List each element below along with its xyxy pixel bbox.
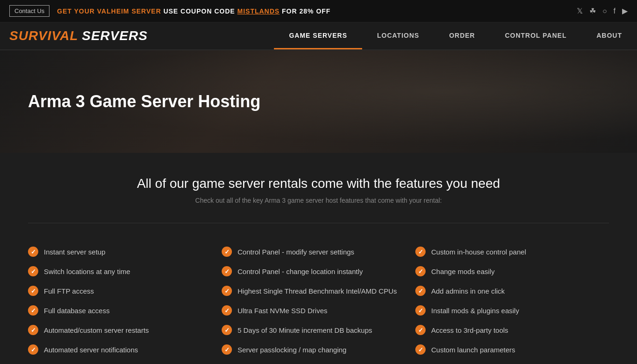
- feature-label: Add admins in one click: [431, 287, 505, 295]
- contact-button[interactable]: Contact Us: [9, 5, 49, 17]
- logo[interactable]: SURVIVAL SERVERS: [0, 28, 121, 43]
- promo-use: USE COUPON CODE: [163, 7, 237, 15]
- list-item: ✓ Highest Single Thread Benchmark Intel/…: [222, 281, 415, 301]
- list-item: ✓ Ultra Fast NVMe SSD Drives: [222, 301, 415, 320]
- features-grid: ✓ Instant server setup ✓ Switch location…: [28, 242, 609, 364]
- list-item: ✓ Change mods easily: [415, 261, 609, 281]
- promo-code: MISTLANDS: [238, 7, 280, 15]
- features-col-1: ✓ Instant server setup ✓ Switch location…: [28, 242, 222, 364]
- topbar-social: 𝕏 ☘ ○ f ▶: [577, 7, 628, 15]
- list-item: ✓ Automated/custom server restarts: [28, 320, 222, 340]
- feature-label: Ultra Fast NVMe SSD Drives: [238, 307, 328, 315]
- promo-text: GET YOUR VALHEIM SERVER USE COUPON CODE …: [57, 7, 330, 15]
- list-item: ✓ Full FTP access: [28, 281, 222, 301]
- feature-label: Change mods easily: [431, 268, 495, 275]
- list-item: ✓ Add admins in one click: [415, 281, 609, 301]
- facebook-icon[interactable]: f: [614, 7, 616, 15]
- list-item: ✓ Switch locations at any time: [28, 261, 222, 281]
- topbar: Contact Us GET YOUR VALHEIM SERVER USE C…: [0, 0, 637, 22]
- list-item: ✓ 5 Days of 30 Minute increment DB backu…: [222, 320, 415, 340]
- check-icon: ✓: [28, 305, 38, 316]
- check-icon: ✓: [222, 286, 232, 296]
- feature-label: 5 Days of 30 Minute increment DB backups: [238, 326, 372, 334]
- list-item: ✓ Control Panel - change location instan…: [222, 261, 415, 281]
- check-icon: ✓: [415, 305, 426, 316]
- list-item: ✓ Install mods & plugins easily: [415, 301, 609, 320]
- feature-label: Instant server setup: [44, 248, 105, 256]
- nav-control-panel[interactable]: CONTROL PANEL: [490, 22, 581, 49]
- feature-label: Server passlocking / map changing: [238, 346, 346, 354]
- check-icon: ✓: [222, 266, 232, 276]
- feature-label: Automated server notifications: [44, 346, 138, 354]
- reddit-icon[interactable]: ○: [602, 7, 607, 15]
- feature-label: Switch locations at any time: [44, 268, 130, 275]
- list-item: ✓ Automated server notifications: [28, 340, 222, 359]
- promo-for: FOR 28% OFF: [282, 7, 330, 15]
- list-item: ✓ Full database access: [28, 301, 222, 320]
- list-item: ✓ Control Panel - modify server settings: [222, 242, 415, 261]
- check-icon: ✓: [415, 344, 426, 355]
- list-item: ✓ Server passlocking / map changing: [222, 340, 415, 359]
- hero-section: Arma 3 Game Server Hosting: [0, 50, 637, 153]
- twitter-icon[interactable]: 𝕏: [577, 7, 583, 15]
- feature-label: Custom in-house control panel: [431, 248, 526, 256]
- list-item: ✓ Instant server setup: [28, 242, 222, 261]
- nav-order[interactable]: ORDER: [434, 22, 490, 49]
- feature-label: Full database access: [44, 307, 110, 315]
- nav-locations[interactable]: LOCATIONS: [362, 22, 434, 49]
- nav-about[interactable]: ABOUT: [581, 22, 637, 49]
- check-icon: ✓: [415, 286, 426, 296]
- feature-label: Install mods & plugins easily: [431, 307, 519, 315]
- youtube-icon[interactable]: ▶: [622, 7, 628, 15]
- hero-title: Arma 3 Game Server Hosting: [28, 92, 260, 111]
- topbar-left: Contact Us GET YOUR VALHEIM SERVER USE C…: [9, 5, 330, 17]
- check-icon: ✓: [222, 247, 232, 257]
- check-icon: ✓: [222, 325, 232, 335]
- twitch-icon[interactable]: ☘: [589, 7, 596, 15]
- list-item: ✓ Access to 3rd-party tools: [415, 320, 609, 340]
- navbar: SURVIVAL SERVERS GAME SERVERS LOCATIONS …: [0, 22, 637, 50]
- features-col-3: ✓ Custom in-house control panel ✓ Change…: [415, 242, 609, 364]
- check-icon: ✓: [28, 344, 38, 355]
- promo-get: GET YOUR VALHEIM SERVER: [57, 7, 161, 15]
- logo-survival: SURVIVAL: [9, 28, 78, 43]
- feature-label: Highest Single Thread Benchmark Intel/AM…: [238, 287, 397, 295]
- list-item: ✓ Latest versions of supported mods: [28, 359, 222, 364]
- check-icon: ✓: [28, 325, 38, 335]
- feature-label: Automated/custom server restarts: [44, 326, 149, 334]
- check-icon: ✓: [28, 266, 38, 276]
- feature-label: Control Panel - change location instantl…: [238, 268, 363, 275]
- feature-label: Access to 3rd-party tools: [431, 326, 508, 334]
- list-item: ✓ DDoS Protection: [222, 359, 415, 364]
- check-icon: ✓: [28, 247, 38, 257]
- nav-game-servers[interactable]: GAME SERVERS: [274, 22, 362, 49]
- list-item: ✓ Server status - Start / Stop / Restart: [415, 359, 609, 364]
- features-divider: [28, 223, 609, 223]
- check-icon: ✓: [222, 305, 232, 316]
- check-icon: ✓: [222, 344, 232, 355]
- feature-label: Full FTP access: [44, 287, 94, 295]
- check-icon: ✓: [415, 325, 426, 335]
- check-icon: ✓: [28, 286, 38, 296]
- check-icon: ✓: [415, 266, 426, 276]
- check-icon: ✓: [415, 247, 426, 257]
- feature-label: Control Panel - modify server settings: [238, 248, 354, 256]
- list-item: ✓ Custom launch parameters: [415, 340, 609, 359]
- features-col-2: ✓ Control Panel - modify server settings…: [222, 242, 415, 364]
- features-subheading: Check out all of the key Arma 3 game ser…: [28, 197, 609, 204]
- features-heading: All of our game server rentals come with…: [28, 176, 609, 191]
- list-item: ✓ Custom in-house control panel: [415, 242, 609, 261]
- features-section: All of our game server rentals come with…: [0, 153, 637, 364]
- feature-label: Custom launch parameters: [431, 346, 515, 354]
- nav-links: GAME SERVERS LOCATIONS ORDER CONTROL PAN…: [121, 22, 637, 49]
